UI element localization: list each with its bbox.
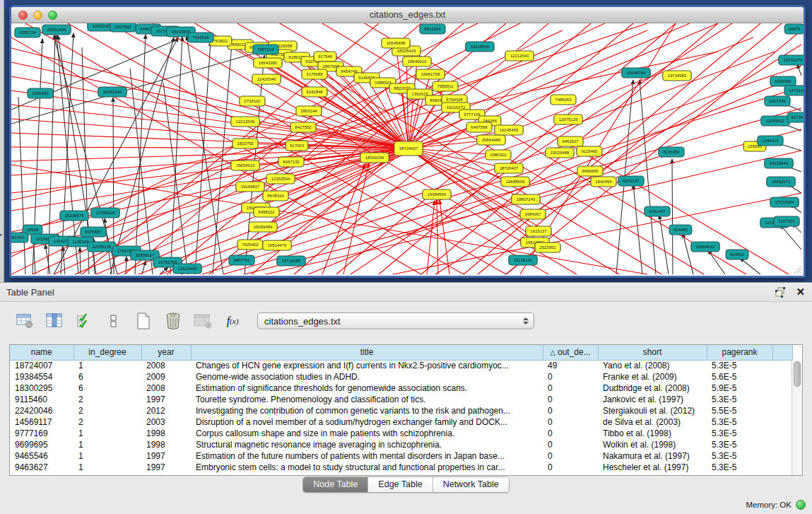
column-header-out_de...[interactable]: △out_de... <box>543 345 598 360</box>
graph-node[interactable]: 1673143 <box>784 86 804 95</box>
table-cell[interactable]: Franke et al. (2009) <box>598 371 707 382</box>
zoom-window-button[interactable] <box>48 11 57 20</box>
column-header-filler[interactable] <box>772 345 792 360</box>
column-header-name[interactable]: name <box>10 345 73 360</box>
graph-node[interactable]: 9227349 <box>765 96 790 106</box>
table-cell[interactable]: Estimation of the future numbers of pati… <box>191 450 543 462</box>
graph-node[interactable]: 15136141 <box>509 255 537 265</box>
graph-node[interactable]: 20053346 <box>98 87 126 97</box>
table-scrollbar[interactable] <box>792 360 802 476</box>
graph-node[interactable]: 19025488 <box>546 148 574 158</box>
table-cell[interactable]: 1 <box>73 428 141 439</box>
table-cell[interactable]: 5.3E-5 <box>707 360 772 371</box>
column-visibility-icon[interactable] <box>45 312 64 330</box>
column-header-short[interactable]: short <box>598 345 707 360</box>
table-cell[interactable]: Nakamura et al. (1997) <box>598 450 707 462</box>
table-row[interactable]: 946554611997Estimation of the future num… <box>10 450 792 462</box>
graph-node[interactable]: 1527602 <box>110 23 136 32</box>
graph-node[interactable]: 6879197 <box>618 176 644 186</box>
table-cell[interactable]: Corpus callosum shape and size in male p… <box>191 428 543 439</box>
minimize-window-button[interactable] <box>33 11 42 20</box>
table-cell[interactable]: 14569117 <box>10 416 73 428</box>
expand-arrow-icon[interactable]: ▸ <box>0 232 3 238</box>
graph-node[interactable]: 22420046 <box>252 74 281 84</box>
table-panel-header[interactable]: Table Panel ✕ <box>0 282 812 302</box>
table-row[interactable]: 946362711997Embryonic stem cells: a mode… <box>10 462 792 473</box>
graph-node[interactable]: 7485063 <box>551 95 576 105</box>
column-header-title[interactable]: title <box>191 345 543 360</box>
graph-node[interactable]: 16961758 <box>416 69 445 79</box>
graph-node[interactable]: 9355724 <box>15 28 40 37</box>
graph-node[interactable]: 2803144 <box>296 106 322 116</box>
table-cell[interactable]: 2008 <box>141 382 191 394</box>
graph-node[interactable]: 917546 <box>314 52 336 62</box>
column-header-year[interactable]: year <box>141 345 191 360</box>
graph-node[interactable]: 15751074 <box>779 55 804 65</box>
table-cell[interactable]: 0 <box>543 371 598 382</box>
table-cell[interactable]: 9699695 <box>10 439 73 450</box>
table-cell[interactable]: 0 <box>543 428 598 439</box>
graph-node[interactable]: 7625402 <box>237 240 263 250</box>
graph-node[interactable]: 6497568 <box>466 122 492 132</box>
table-row[interactable]: 2242004622012Investigating the contribut… <box>10 405 792 416</box>
graph-node[interactable]: 16543382 <box>254 58 282 68</box>
table-cell[interactable]: Disruption of a novel member of a sodium… <box>191 416 543 428</box>
table-cell[interactable]: 1998 <box>141 428 191 439</box>
graph-node[interactable]: 18724007 <box>394 141 423 156</box>
graph-node[interactable]: 12213349 <box>231 117 259 127</box>
graph-node[interactable]: 92734 <box>787 112 804 122</box>
new-table-icon[interactable] <box>134 312 153 330</box>
tab-node-table[interactable]: Node Table <box>303 477 368 492</box>
graph-node[interactable]: 8813054 <box>420 24 445 34</box>
graph-node[interactable]: 10545498 <box>382 38 410 48</box>
tab-edge-table[interactable]: Edge Table <box>368 477 433 492</box>
table-cell[interactable]: 5.3E-5 <box>707 462 772 473</box>
graph-node[interactable]: 10688609 <box>501 177 529 187</box>
float-panel-icon[interactable] <box>775 286 786 298</box>
graph-node[interactable]: 12923468 <box>173 264 201 274</box>
table-cell[interactable]: 0 <box>543 439 598 450</box>
table-cell[interactable]: 2003 <box>141 416 191 428</box>
graph-node[interactable]: 9115460 <box>577 146 602 156</box>
table-cell[interactable]: 5.3E-5 <box>707 428 772 439</box>
table-cell[interactable]: 1 <box>73 462 141 473</box>
select-all-icon[interactable] <box>75 312 93 330</box>
table-cell[interactable]: 1 <box>73 360 141 371</box>
graph-node[interactable]: 9699695 <box>577 166 603 176</box>
graph-node[interactable]: 7857224 <box>253 45 278 54</box>
graph-node[interactable]: 19734983 <box>663 71 691 81</box>
graph-node[interactable]: 8427552 <box>290 122 316 132</box>
graph-node[interactable]: 19166827 <box>236 182 264 192</box>
tab-network-table[interactable]: Network Table <box>433 477 509 492</box>
table-cell[interactable]: Investigating the contribution of common… <box>191 405 543 416</box>
table-mode-icon[interactable] <box>16 312 34 330</box>
network-window-titlebar[interactable]: citations_edges.txt <box>11 7 804 23</box>
graph-node[interactable]: 19654923 <box>231 160 259 170</box>
table-row[interactable]: 1938455462009Genome-wide association stu… <box>10 371 792 382</box>
table-cell[interactable]: 9777169 <box>10 428 73 439</box>
table-cell[interactable]: 5.3E-5 <box>707 416 772 428</box>
table-cell[interactable]: 1997 <box>141 462 191 473</box>
graph-node[interactable]: 12212543 <box>505 51 534 61</box>
table-cell[interactable]: Dudbridge et al. (2008) <box>598 382 707 394</box>
graph-node[interactable]: 9857791 <box>229 255 254 265</box>
graph-node[interactable]: 10964622 <box>691 242 719 252</box>
hidden-panel-strip[interactable]: ▸ <box>0 0 4 282</box>
graph-node[interactable]: 19384554 <box>423 189 451 199</box>
graph-node[interactable]: 916455 <box>669 225 692 235</box>
graph-node[interactable]: 18640910 <box>403 57 431 66</box>
node-table[interactable]: namein_degreeyeartitle△out_de...shortpag… <box>9 344 803 476</box>
column-header-pagerank[interactable]: pagerank <box>707 345 772 360</box>
table-row[interactable]: 911546021997Tourette syndrome. Phenomeno… <box>10 394 792 405</box>
graph-node[interactable]: 17359928 <box>91 208 119 218</box>
graph-node[interactable]: 1810755 <box>233 139 258 148</box>
graph-node[interactable]: 2718120 <box>240 96 265 106</box>
graph-node[interactable]: 15692971 <box>767 177 795 187</box>
table-cell[interactable]: 0 <box>543 382 598 394</box>
graph-node[interactable]: 2636050 <box>28 88 53 98</box>
table-cell[interactable]: 2009 <box>141 371 191 382</box>
resize-grip-icon[interactable] <box>792 264 803 275</box>
column-header-in_degree[interactable]: in_degree <box>73 345 141 360</box>
table-cell[interactable]: 5.9E-5 <box>707 382 772 394</box>
table-row[interactable]: 977716911998Corpus callosum shape and si… <box>10 428 792 439</box>
